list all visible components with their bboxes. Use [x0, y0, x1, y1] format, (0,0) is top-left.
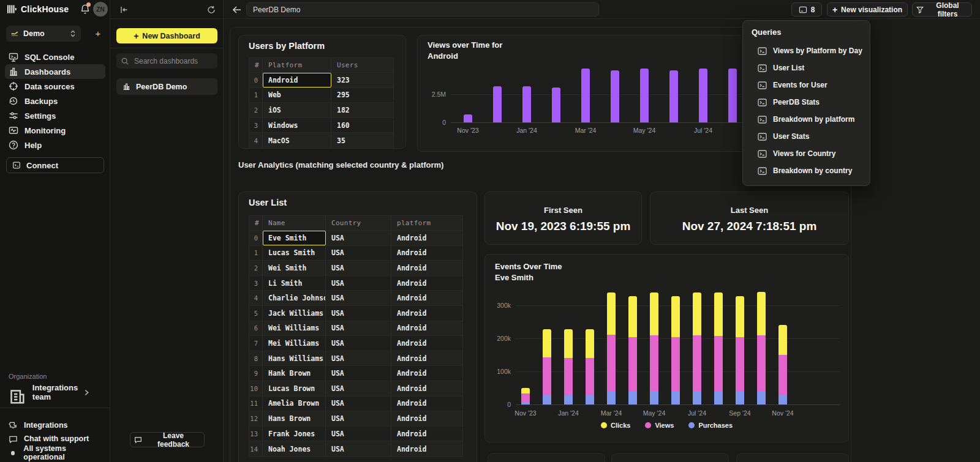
table-cell[interactable]: Wei Smith	[263, 261, 326, 275]
table-cell[interactable]: USA	[326, 261, 391, 275]
table-cell[interactable]: USA	[326, 276, 391, 291]
row-index-cell[interactable]: 9	[249, 366, 263, 381]
column-header[interactable]: #	[249, 216, 263, 230]
table-cell[interactable]: Eve Smith	[263, 231, 326, 245]
table-cell[interactable]: Hans Williams	[263, 351, 326, 366]
row-index-cell[interactable]: 4	[249, 133, 263, 148]
row-index-cell[interactable]: 10	[249, 381, 263, 396]
table-cell[interactable]: USA	[326, 427, 391, 441]
back-button[interactable]	[232, 4, 243, 15]
table-cell[interactable]: 160	[331, 118, 393, 133]
dashboard-list-item[interactable]: PeerDB Demo	[116, 78, 217, 95]
column-header[interactable]: platform	[391, 216, 462, 230]
table-cell[interactable]: Android	[391, 366, 462, 381]
collapse-panel-icon[interactable]	[120, 6, 129, 14]
row-index-cell[interactable]: 7	[249, 336, 263, 351]
table-cell[interactable]: Android	[391, 306, 462, 321]
row-index-cell[interactable]: 1	[249, 246, 263, 261]
row-index-cell[interactable]: 3	[249, 276, 263, 291]
row-index-cell[interactable]: 3	[249, 118, 263, 133]
row-index-cell[interactable]: 14	[249, 441, 263, 456]
sidebar-item-chat-support[interactable]: Chat with support	[5, 433, 105, 445]
table-cell[interactable]: USA	[326, 351, 391, 366]
query-menu-item[interactable]: Views by Platform by Day	[752, 42, 870, 59]
table-cell[interactable]: Android	[391, 381, 462, 396]
global-filters-button[interactable]: Global filters	[912, 2, 972, 17]
table-cell[interactable]: Android	[391, 397, 462, 411]
table-cell[interactable]: USA	[326, 321, 391, 336]
system-status-indicator[interactable]: All systems operational	[5, 447, 105, 459]
workspace-selector[interactable]: Demo	[6, 26, 81, 42]
table-cell[interactable]: Android	[263, 73, 331, 88]
legend-item-purchases[interactable]: Purchases	[688, 422, 733, 429]
row-index-cell[interactable]: 8	[249, 351, 263, 366]
table-cell[interactable]: 35	[331, 133, 393, 148]
table-cell[interactable]: Lucas Smith	[263, 246, 326, 261]
table-cell[interactable]: Android	[391, 427, 462, 441]
column-header[interactable]: Users	[331, 58, 393, 72]
sidebar-item-monitoring[interactable]: Monitoring	[5, 123, 105, 138]
row-index-cell[interactable]: 2	[249, 103, 263, 117]
table-cell[interactable]: 323	[331, 73, 393, 88]
column-header[interactable]: Platform	[263, 58, 331, 72]
column-header[interactable]: Country	[326, 216, 391, 230]
sidebar-item-help[interactable]: Help	[5, 138, 105, 152]
table-cell[interactable]: Wei Williams	[263, 321, 326, 336]
table-cell[interactable]: USA	[326, 231, 391, 245]
row-index-cell[interactable]: 4	[249, 291, 263, 305]
table-cell[interactable]: Android	[391, 231, 462, 245]
organization-team-selector[interactable]: Integrations team	[5, 386, 105, 399]
table-cell[interactable]: USA	[326, 336, 391, 351]
sidebar-item-data-sources[interactable]: Data sources	[5, 79, 105, 94]
query-menu-item[interactable]: User Stats	[752, 128, 870, 145]
query-menu-item[interactable]: User List	[752, 59, 870, 76]
table-cell[interactable]: Android	[391, 321, 462, 336]
user-avatar[interactable]: ZN	[93, 2, 108, 17]
row-index-cell[interactable]: 0	[249, 231, 263, 245]
table-cell[interactable]: Android	[391, 351, 462, 366]
table-cell[interactable]: USA	[326, 306, 391, 321]
new-dashboard-button[interactable]: + New Dashboard	[116, 28, 217, 43]
row-index-cell[interactable]: 11	[249, 397, 263, 411]
row-index-cell[interactable]: 1	[249, 88, 263, 103]
row-index-cell[interactable]: 0	[249, 73, 263, 88]
query-menu-item[interactable]: PeerDB Stats	[752, 94, 870, 111]
table-cell[interactable]: MacOS	[263, 133, 331, 148]
dashboard-title-input[interactable]	[246, 2, 599, 17]
table-cell[interactable]: 295	[331, 88, 393, 103]
row-index-cell[interactable]: 6	[249, 321, 263, 336]
table-cell[interactable]: Android	[391, 291, 462, 305]
connect-button[interactable]: Connect	[6, 157, 104, 173]
sidebar-item-backups[interactable]: Backups	[5, 94, 105, 108]
leave-feedback-button[interactable]: Leave feedback	[130, 432, 205, 447]
table-cell[interactable]: Hank Brown	[263, 366, 326, 381]
table-cell[interactable]: USA	[326, 246, 391, 261]
add-workspace-button[interactable]: +	[91, 27, 105, 40]
row-index-cell[interactable]: 5	[249, 306, 263, 321]
table-cell[interactable]: Android	[391, 246, 462, 261]
table-cell[interactable]: USA	[326, 381, 391, 396]
search-input[interactable]	[133, 56, 206, 66]
row-index-cell[interactable]: 2	[249, 261, 263, 275]
table-cell[interactable]: Android	[391, 411, 462, 426]
sidebar-item-integrations[interactable]: Integrations	[5, 419, 105, 431]
table-cell[interactable]: Jack Williams	[263, 306, 326, 321]
table-cell[interactable]: Windows	[263, 118, 331, 133]
table-cell[interactable]: 182	[331, 103, 393, 117]
query-menu-item[interactable]: Breakdown by country	[752, 162, 870, 179]
new-visualization-button[interactable]: + New visualization	[827, 2, 908, 17]
queries-count-button[interactable]: 8	[791, 2, 822, 17]
table-cell[interactable]: USA	[326, 397, 391, 411]
table-cell[interactable]: Android	[391, 261, 462, 275]
legend-item-clicks[interactable]: Clicks	[601, 422, 630, 429]
table-cell[interactable]: Web	[263, 88, 331, 103]
table-cell[interactable]: Frank Jones	[263, 427, 326, 441]
sidebar-item-settings[interactable]: Settings	[5, 108, 105, 123]
table-cell[interactable]: iOS	[263, 103, 331, 117]
legend-item-views[interactable]: Views	[645, 422, 674, 429]
table-cell[interactable]: USA	[326, 366, 391, 381]
table-cell[interactable]: Lucas Brown	[263, 381, 326, 396]
query-menu-item[interactable]: Breakdown by platform	[752, 111, 870, 128]
table-cell[interactable]: USA	[326, 291, 391, 305]
brand-logo[interactable]: ClickHouse	[7, 4, 69, 14]
